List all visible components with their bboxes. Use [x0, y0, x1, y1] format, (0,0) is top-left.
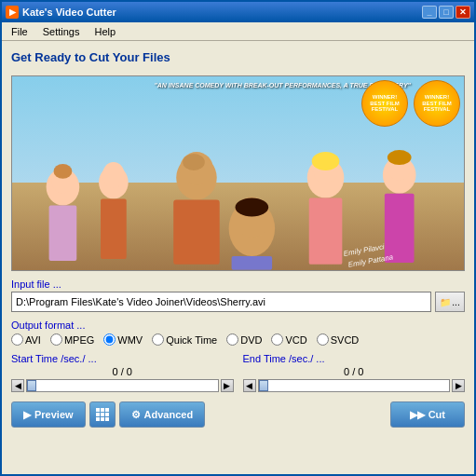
browse-dots: ... — [452, 297, 459, 307]
label-mpeg: MPEG — [64, 334, 94, 346]
grid-cell — [101, 413, 104, 416]
format-svcd[interactable]: SVCD — [317, 333, 360, 346]
advanced-button[interactable]: ⚙ Advanced — [119, 401, 206, 428]
grid-view-button[interactable] — [89, 401, 116, 428]
radio-mpeg[interactable] — [50, 333, 62, 346]
end-time-back-button[interactable]: ◀ — [243, 379, 256, 392]
file-path-input[interactable] — [11, 292, 431, 312]
label-vcd: VCD — [285, 334, 306, 346]
start-time-forward-button[interactable]: ▶ — [221, 379, 234, 392]
end-time-value: 0 / 0 — [243, 366, 466, 377]
radio-dvd[interactable] — [226, 333, 238, 346]
left-button-group: ▶ Preview — [11, 401, 205, 428]
output-format-label: Output format ... — [11, 320, 465, 331]
title-bar: ▶ Kate's Video Cutter _ □ ✕ — [2, 2, 474, 22]
start-time-value: 0 / 0 — [11, 366, 234, 377]
close-button[interactable]: ✕ — [456, 6, 470, 19]
start-time-label: Start Time /sec./ ... — [11, 353, 234, 364]
grid-cell — [96, 417, 100, 421]
end-time-slider[interactable] — [258, 379, 451, 392]
movie-poster: "AN INSANE COMEDY WITH BREAK-OUT PERFORM… — [11, 75, 465, 271]
svg-point-14 — [312, 152, 340, 170]
minimize-button[interactable]: _ — [422, 6, 437, 19]
input-file-label: Input file ... — [11, 279, 465, 290]
main-window: ▶ Kate's Video Cutter _ □ ✕ File Setting… — [0, 0, 476, 476]
window-title: Kate's Video Cutter — [22, 7, 422, 18]
advanced-label: Advanced — [144, 409, 194, 420]
svg-point-22 — [236, 198, 269, 217]
grid-cell — [105, 417, 109, 421]
svg-point-18 — [388, 150, 412, 165]
end-time-thumb[interactable] — [259, 380, 268, 391]
svg-rect-1 — [49, 206, 77, 261]
cut-label: Cut — [428, 409, 445, 420]
time-section: Start Time /sec./ ... 0 / 0 ◀ ▶ End Time… — [11, 353, 465, 392]
menu-help[interactable]: Help — [87, 24, 123, 39]
preview-icon: ▶ — [23, 409, 31, 421]
grid-cell — [101, 417, 104, 421]
end-time-forward-button[interactable]: ▶ — [452, 379, 465, 392]
window-controls: _ □ ✕ — [422, 6, 470, 19]
format-vcd[interactable]: VCD — [271, 333, 306, 346]
radio-wmv[interactable] — [103, 333, 116, 346]
input-file-section: Input file ... 📁 ... — [11, 279, 465, 312]
cut-icon: ▶▶ — [410, 409, 425, 421]
label-quicktime: Quick Time — [166, 334, 217, 346]
grid-cell — [96, 413, 100, 416]
svg-rect-16 — [385, 194, 415, 263]
label-wmv: WMV — [117, 334, 143, 346]
preview-button[interactable]: ▶ Preview — [11, 401, 86, 428]
menu-settings[interactable]: Settings — [35, 24, 88, 39]
format-avi[interactable]: AVI — [11, 333, 41, 346]
start-time-group: Start Time /sec./ ... 0 / 0 ◀ ▶ — [11, 353, 234, 392]
format-mpeg[interactable]: MPEG — [50, 333, 94, 346]
maximize-button[interactable]: □ — [439, 6, 454, 19]
folder-icon: 📁 — [440, 297, 451, 307]
film-quote: "AN INSANE COMEDY WITH BREAK-OUT PERFORM… — [155, 82, 322, 88]
grid-cell — [105, 408, 109, 412]
start-time-thumb[interactable] — [27, 380, 36, 391]
menu-file[interactable]: File — [4, 24, 35, 39]
svg-rect-12 — [309, 198, 343, 265]
format-dvd[interactable]: DVD — [226, 333, 262, 346]
main-content: Get Ready to Cut Your Files "AN INSANE C… — [2, 41, 474, 474]
input-file-row: 📁 ... — [11, 292, 465, 312]
end-time-label: End Time /sec./ ... — [243, 353, 466, 364]
poster-image: "AN INSANE COMEDY WITH BREAK-OUT PERFORM… — [12, 76, 464, 270]
cut-button[interactable]: ▶▶ Cut — [390, 401, 465, 428]
format-radio-group: AVI MPEG WMV Quick Time DVD — [11, 333, 465, 346]
menu-bar: File Settings Help — [2, 22, 474, 41]
grid-cell — [96, 408, 100, 412]
output-format-section: Output format ... AVI MPEG WMV Quick Tim… — [11, 320, 465, 346]
format-quicktime[interactable]: Quick Time — [152, 333, 217, 346]
radio-quicktime[interactable] — [152, 333, 164, 346]
bottom-buttons: ▶ Preview — [11, 401, 465, 428]
start-time-slider[interactable] — [26, 379, 219, 392]
advanced-icon: ⚙ — [131, 409, 141, 421]
radio-svcd[interactable] — [317, 333, 329, 346]
browse-button[interactable]: 📁 ... — [435, 292, 465, 312]
grid-icon — [96, 408, 109, 421]
app-icon: ▶ — [6, 6, 19, 19]
end-time-slider-container: ◀ ▶ — [243, 379, 466, 392]
page-heading: Get Ready to Cut Your Files — [11, 50, 465, 64]
svg-rect-8 — [173, 200, 219, 265]
grid-cell — [105, 413, 109, 416]
preview-label: Preview — [34, 409, 74, 420]
svg-point-6 — [102, 162, 125, 188]
grid-cell — [101, 408, 104, 412]
svg-rect-20 — [232, 256, 273, 270]
start-time-slider-container: ◀ ▶ — [11, 379, 234, 392]
radio-avi[interactable] — [11, 333, 23, 346]
label-svcd: SVCD — [331, 334, 360, 346]
figures-svg: Emily Pilavci Emily Pattana — [12, 105, 464, 270]
svg-rect-5 — [101, 199, 127, 259]
start-time-back-button[interactable]: ◀ — [11, 379, 24, 392]
radio-vcd[interactable] — [271, 333, 283, 346]
label-avi: AVI — [25, 334, 41, 346]
label-dvd: DVD — [240, 334, 262, 346]
svg-point-10 — [183, 154, 205, 170]
format-wmv[interactable]: WMV — [103, 333, 143, 346]
svg-point-3 — [54, 164, 73, 179]
end-time-group: End Time /sec./ ... 0 / 0 ◀ ▶ — [243, 353, 466, 392]
